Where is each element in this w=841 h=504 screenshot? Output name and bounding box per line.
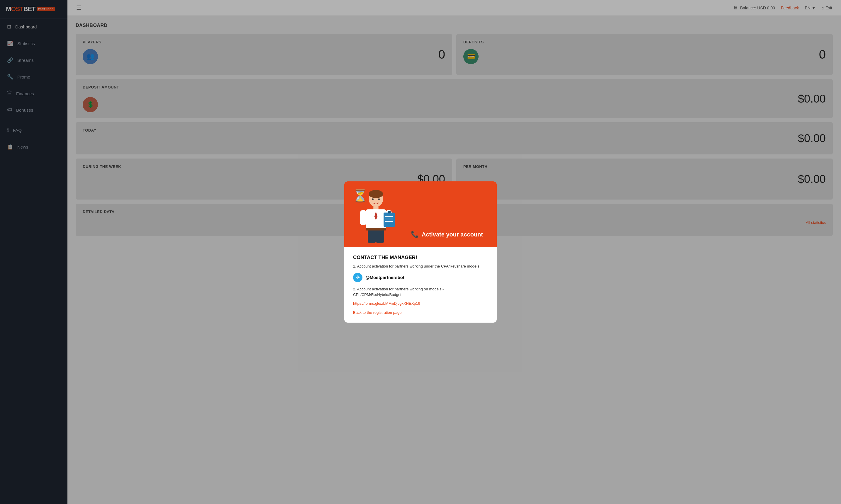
modal-content: CONTACT THE MANAGER! 1. Account activati… — [344, 247, 497, 323]
telegram-icon: ✈ — [353, 273, 363, 282]
telegram-row: ✈ @Mostpartnersbot — [353, 273, 488, 282]
back-to-registration-link[interactable]: Back to the registration page — [353, 310, 402, 315]
svg-rect-14 — [366, 228, 386, 231]
modal-orange-title: 📞 Activate your account — [405, 231, 489, 247]
modal-text1: 1. Account activation for partners worki… — [353, 264, 488, 269]
telegram-handle[interactable]: @Mostpartnersbot — [365, 275, 404, 280]
activate-icon: 📞 — [411, 231, 419, 238]
svg-rect-12 — [368, 229, 376, 243]
svg-rect-5 — [360, 210, 366, 225]
svg-point-1 — [369, 190, 383, 198]
modal-overlay[interactable]: ⏳ — [0, 0, 841, 504]
modal-link[interactable]: https://forms.gle/zLMFmDjcgxXHEXp19 — [353, 301, 488, 306]
modal-wrapper: ⏳ — [344, 181, 497, 323]
svg-point-16 — [378, 198, 380, 200]
activate-title-text: Activate your account — [422, 231, 483, 238]
modal-text2: 2. Account activation for partners worki… — [353, 286, 488, 298]
svg-rect-8 — [388, 211, 390, 214]
modal-orange-header: ⏳ — [344, 181, 497, 247]
person-svg — [352, 188, 399, 247]
activate-title: 📞 Activate your account — [411, 231, 483, 238]
svg-rect-2 — [373, 206, 378, 210]
svg-rect-13 — [376, 229, 384, 243]
person-figure — [352, 188, 405, 247]
modal-heading: CONTACT THE MANAGER! — [353, 255, 488, 260]
svg-point-15 — [372, 198, 373, 200]
svg-rect-7 — [384, 213, 395, 227]
